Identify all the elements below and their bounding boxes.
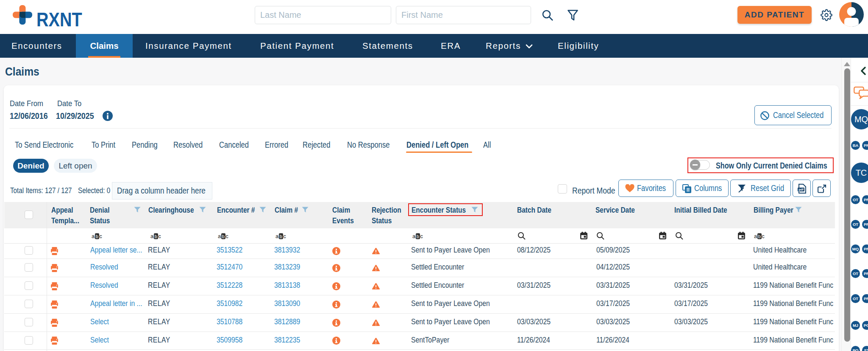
- svg-text:pdf: pdf: [798, 188, 804, 191]
